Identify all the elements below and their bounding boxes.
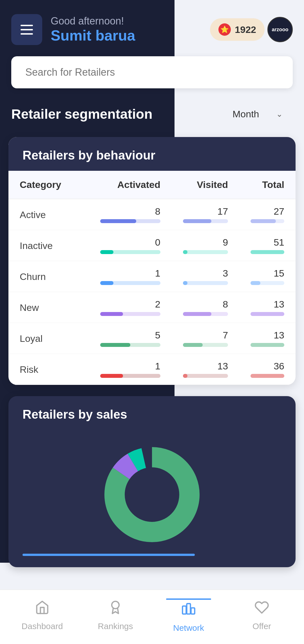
- nav-item-network[interactable]: Network: [166, 598, 211, 633]
- table-head: Category Activated Visited Total: [8, 171, 296, 199]
- table-row: Inactive 0 9 51: [8, 230, 296, 261]
- activated-cell: 1: [89, 261, 171, 292]
- nav-label-network: Network: [173, 623, 204, 633]
- visited-cell: 8: [172, 292, 239, 323]
- svg-rect-6: [187, 604, 191, 614]
- nav-item-rankings[interactable]: Rankings: [93, 600, 138, 631]
- category-cell: New: [8, 292, 89, 323]
- activated-cell: 0: [89, 230, 171, 261]
- menu-button[interactable]: [11, 14, 42, 45]
- avatar[interactable]: arzooo: [267, 17, 293, 42]
- total-cell: 15: [239, 261, 296, 292]
- rankings-icon: [108, 600, 123, 618]
- nav-label-dashboard: Dashboard: [22, 621, 63, 631]
- section-header: Retailer segmentation Month ⌄: [0, 102, 304, 137]
- behaviour-table-card: Retailers by behaviour Category Activate…: [8, 137, 296, 385]
- points-badge[interactable]: ⭐ 1922: [210, 18, 265, 41]
- svg-rect-5: [182, 606, 186, 614]
- category-cell: Active: [8, 199, 89, 230]
- col-category: Category: [8, 171, 89, 199]
- nav-label-rankings: Rankings: [98, 621, 133, 631]
- behaviour-table-header: Retailers by behaviour: [8, 137, 296, 171]
- table-row: New 2 8 13: [8, 292, 296, 323]
- col-activated: Activated: [89, 171, 171, 199]
- header-right: ⭐ 1922 arzooo: [210, 17, 293, 42]
- category-cell: Loyal: [8, 323, 89, 354]
- table-row: Risk 1 13 36: [8, 354, 296, 385]
- header: Good afternoon! Sumit barua ⭐ 1922 arzoo…: [0, 0, 304, 56]
- segmentation-title: Retailer segmentation: [11, 106, 152, 122]
- table-row: Churn 1 3 15: [8, 261, 296, 292]
- home-icon: [35, 600, 50, 618]
- svg-rect-7: [191, 608, 195, 614]
- chevron-down-icon: ⌄: [276, 109, 283, 119]
- network-icon: [181, 602, 196, 620]
- greeting-section: Good afternoon! Sumit barua: [51, 15, 202, 44]
- table-row: Active 8 17 27: [8, 199, 296, 230]
- col-visited: Visited: [172, 171, 239, 199]
- user-name: Sumit barua: [51, 27, 202, 44]
- search-input[interactable]: [11, 56, 293, 88]
- sales-card-title: Retailers by sales: [23, 407, 281, 421]
- total-cell: 36: [239, 354, 296, 385]
- nav-item-offer[interactable]: Offer: [239, 600, 284, 631]
- nav-active-indicator: [166, 598, 211, 600]
- donut-chart: [99, 441, 205, 548]
- activated-cell: 5: [89, 323, 171, 354]
- points-value: 1922: [235, 24, 256, 35]
- total-cell: 13: [239, 323, 296, 354]
- greeting-text: Good afternoon!: [51, 15, 202, 27]
- category-cell: Inactive: [8, 230, 89, 261]
- sales-card-header: Retailers by sales: [8, 396, 296, 430]
- visited-cell: 9: [172, 230, 239, 261]
- total-cell: 27: [239, 199, 296, 230]
- behaviour-table: Category Activated Visited Total Active …: [8, 171, 296, 385]
- sales-card: Retailers by sales: [8, 396, 296, 567]
- table-body: Active 8 17 27: [8, 199, 296, 385]
- behaviour-table-title: Retailers by behaviour: [23, 148, 281, 162]
- nav-item-dashboard[interactable]: Dashboard: [20, 600, 65, 631]
- col-total: Total: [239, 171, 296, 199]
- period-selector[interactable]: Month ⌄: [222, 102, 293, 126]
- hamburger-icon: [21, 25, 33, 35]
- category-cell: Risk: [8, 354, 89, 385]
- visited-cell: 13: [172, 354, 239, 385]
- star-icon: ⭐: [218, 23, 231, 36]
- visited-cell: 7: [172, 323, 239, 354]
- donut-chart-container: [8, 430, 296, 554]
- offer-icon: [254, 600, 269, 618]
- nav-label-offer: Offer: [252, 621, 271, 631]
- sales-progress-bar: [23, 554, 195, 556]
- period-label: Month: [233, 109, 259, 120]
- activated-cell: 2: [89, 292, 171, 323]
- bottom-nav: Dashboard Rankings Network Offer: [0, 589, 304, 644]
- visited-cell: 3: [172, 261, 239, 292]
- total-cell: 51: [239, 230, 296, 261]
- total-cell: 13: [239, 292, 296, 323]
- search-container: [0, 56, 304, 102]
- activated-cell: 8: [89, 199, 171, 230]
- table-row: Loyal 5 7 13: [8, 323, 296, 354]
- activated-cell: 1: [89, 354, 171, 385]
- visited-cell: 17: [172, 199, 239, 230]
- category-cell: Churn: [8, 261, 89, 292]
